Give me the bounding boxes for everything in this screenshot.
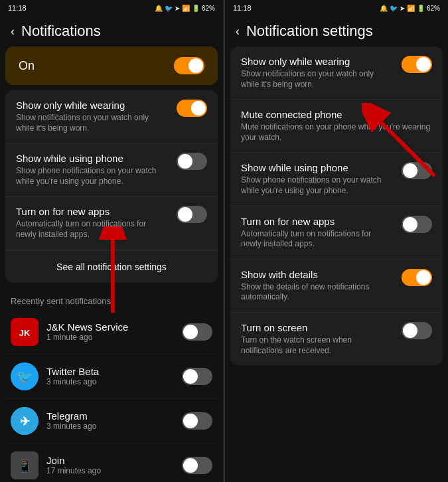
right-phone-desc: Show phone notifications on your watch w… [241, 175, 394, 196]
svg-text:📱: 📱 [17, 459, 33, 473]
app-item-join: 📱 Join 17 minutes ago [5, 443, 218, 482]
phone-desc: Show phone notifications on your watch w… [16, 166, 169, 187]
right-screen-toggle[interactable] [402, 322, 432, 339]
svg-text:🐦: 🐦 [17, 368, 33, 384]
page-title-left: Notifications [21, 23, 101, 40]
right-wearing-desc: Show notifications on your watch only wh… [241, 69, 394, 90]
right-wearing-toggle[interactable] [402, 56, 432, 73]
newapps-title: Turn on for new apps [16, 206, 169, 217]
status-icons-left: 🔔 🐦 ➤ 📶 🔋 62% [155, 5, 215, 12]
settings-card-left: Show only while wearing Show notificatio… [5, 90, 218, 283]
wearing-desc: Show notifications on your watch only wh… [16, 113, 169, 133]
header-left: ‹ Notifications [0, 16, 223, 46]
right-item-phone: Show while using phone Show phone notifi… [230, 153, 443, 206]
right-settings-card: Show only while wearing Show notificatio… [230, 46, 443, 365]
app-time-telegram: 3 minutes ago [46, 422, 174, 431]
back-button-right[interactable]: ‹ [236, 25, 240, 39]
settings-item-phone: Show while using phone Show phone notifi… [5, 143, 218, 197]
page-title-right: Notification settings [246, 23, 373, 40]
right-item-wearing: Show only while wearing Show notificatio… [230, 46, 443, 100]
right-item-newapps: Turn on for new apps Automatically turn … [230, 206, 443, 260]
status-bar-left: 11:18 🔔 🐦 ➤ 📶 🔋 62% [0, 0, 223, 16]
twitter-icon: 🐦 [11, 362, 38, 390]
right-item-mute: Mute connected phone Mute notifications … [230, 100, 443, 153]
jk-toggle[interactable] [182, 323, 212, 341]
settings-item-wearing: Show only while wearing Show notificatio… [5, 90, 218, 143]
header-right: ‹ Notification settings [225, 16, 448, 46]
join-toggle[interactable] [182, 457, 212, 474]
status-icons-right: 🔔 🐦 ➤ 📶 🔋 62% [380, 5, 440, 12]
recent-section-label: Recently sent notifications [5, 288, 218, 310]
main-notifications-toggle[interactable] [174, 57, 204, 74]
app-item-twitter: 🐦 Twitter Beta 3 minutes ago [5, 355, 218, 399]
app-name-telegram: Telegram [46, 410, 174, 422]
app-name-twitter: Twitter Beta [46, 366, 174, 377]
settings-item-newapps: Turn on for new apps Automatically turn … [5, 197, 218, 250]
app-time-twitter: 3 minutes ago [46, 377, 174, 386]
svg-text:JK: JK [19, 328, 31, 338]
twitter-toggle[interactable] [182, 368, 212, 385]
on-card: On [5, 46, 218, 85]
content-left: On Show only while wearing Show notifica… [0, 46, 223, 482]
right-newapps-desc: Automatically turn on notifications for … [241, 229, 394, 250]
status-bar-right: 11:18 🔔 🐦 ➤ 📶 🔋 62% [225, 0, 448, 16]
wearing-toggle[interactable] [177, 100, 207, 117]
right-newapps-title: Turn on for new apps [241, 216, 394, 227]
right-panel: 11:18 🔔 🐦 ➤ 📶 🔋 62% ‹ Notification setti… [225, 0, 448, 482]
content-right: Show only while wearing Show notificatio… [225, 46, 448, 482]
right-details-desc: Show the details of new notifications au… [241, 282, 394, 303]
see-all-button[interactable]: See all notification settings [5, 250, 218, 283]
right-newapps-toggle[interactable] [402, 216, 432, 233]
phone-toggle[interactable] [177, 153, 207, 170]
app-time-jk: 1 minute ago [46, 333, 174, 342]
right-screen-title: Turn on screen [241, 322, 394, 333]
newapps-desc: Automatically turn on notifications for … [16, 219, 169, 240]
right-details-toggle[interactable] [402, 269, 432, 286]
right-phone-title: Show while using phone [241, 162, 394, 173]
newapps-toggle[interactable] [177, 206, 207, 223]
right-screen-desc: Turn on the watch screen when notificati… [241, 335, 394, 356]
right-phone-toggle[interactable] [402, 162, 432, 179]
app-name-join: Join [46, 455, 174, 466]
telegram-icon: ✈ [11, 407, 38, 435]
right-wearing-title: Show only while wearing [241, 56, 394, 67]
right-details-title: Show with details [241, 269, 394, 280]
right-item-details: Show with details Show the details of ne… [230, 260, 443, 313]
phone-title: Show while using phone [16, 153, 169, 164]
time-right: 11:18 [233, 4, 252, 12]
on-label: On [19, 59, 35, 73]
app-time-join: 17 minutes ago [46, 466, 174, 475]
app-list: JK J&K News Service 1 minute ago 🐦 [5, 310, 218, 482]
wearing-title: Show only while wearing [16, 100, 169, 111]
join-icon: 📱 [11, 451, 38, 479]
telegram-toggle[interactable] [182, 412, 212, 430]
app-name-jk: J&K News Service [46, 321, 174, 333]
jk-icon: JK [11, 318, 38, 346]
app-item-jk: JK J&K News Service 1 minute ago [5, 310, 218, 355]
time-left: 11:18 [8, 4, 27, 12]
back-button-left[interactable]: ‹ [11, 25, 15, 39]
right-mute-title: Mute connected phone [241, 109, 432, 120]
right-mute-desc: Mute notifications on your phone while y… [241, 122, 432, 143]
svg-text:✈: ✈ [20, 415, 30, 428]
app-item-telegram: ✈ Telegram 3 minutes ago [5, 399, 218, 443]
right-item-screen: Turn on screen Turn on the watch screen … [230, 313, 443, 365]
